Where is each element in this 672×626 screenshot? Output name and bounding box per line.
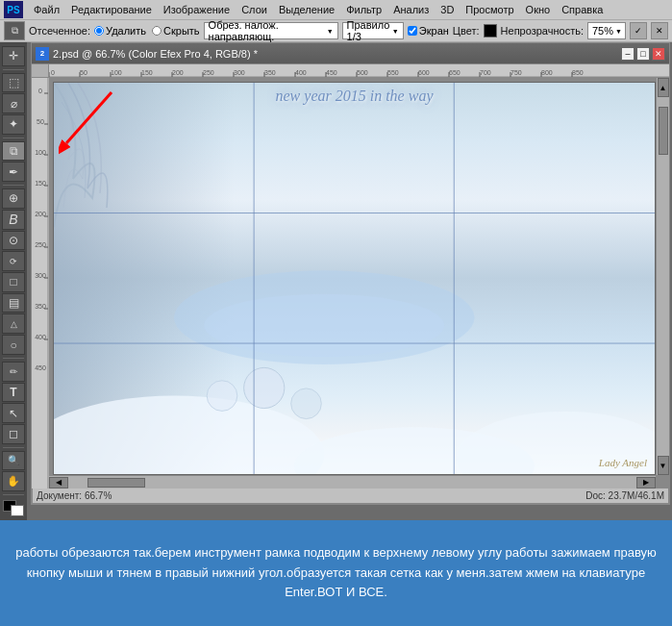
mist-svg (54, 83, 655, 474)
tool-history[interactable]: ⟳ (2, 251, 25, 271)
svg-text:400: 400 (295, 69, 307, 76)
tool-blur[interactable]: △ (2, 313, 25, 334)
tool-sep-2 (3, 138, 24, 138)
svg-text:550: 550 (387, 69, 399, 76)
win-maximize[interactable]: □ (636, 47, 650, 61)
tool-brush[interactable]: B (2, 210, 25, 230)
svg-text:850: 850 (572, 69, 584, 76)
tool-lasso[interactable]: ⌀ (2, 93, 25, 113)
canvas-area: 2 2.psd @ 66.7% (Color Efex Pro 4, RGB/8… (27, 42, 672, 520)
tool-shape[interactable]: ◻ (2, 424, 25, 444)
confirm-btn[interactable]: ✓ (630, 22, 647, 39)
tool-crop[interactable]: ⧉ (2, 141, 25, 162)
tool-zoom[interactable]: 🔍 (2, 451, 25, 471)
win-close[interactable]: ✕ (652, 47, 665, 61)
mist-overlay (54, 83, 655, 474)
tool-eraser[interactable]: □ (2, 272, 25, 292)
radio-delete[interactable]: Удалить (94, 25, 146, 37)
radio-hide[interactable]: Скрыть (152, 25, 200, 37)
status-info: Документ: 66.7% (37, 490, 112, 501)
svg-text:0: 0 (38, 88, 42, 94)
svg-text:300: 300 (234, 69, 245, 76)
menu-file[interactable]: Файл (29, 3, 64, 16)
fg-bg-colors[interactable] (3, 500, 24, 516)
tool-hand[interactable]: ✋ (2, 471, 25, 491)
tool-move[interactable]: ✛ (2, 46, 25, 66)
svg-text:450: 450 (35, 364, 46, 371)
radio-hide-input[interactable] (152, 26, 162, 36)
menu-3d[interactable]: 3D (436, 3, 459, 16)
svg-text:50: 50 (37, 118, 44, 125)
color-swatch[interactable] (484, 24, 497, 38)
scrollbar-horizontal[interactable]: ◀ ▶ (49, 475, 656, 488)
tool-gradient[interactable]: ▤ (2, 293, 25, 313)
scroll-thumb-v[interactable] (659, 107, 668, 155)
svg-text:750: 750 (510, 69, 522, 76)
scroll-left-btn[interactable]: ◀ (49, 477, 68, 488)
artwork-signature: Lady Angel (599, 457, 647, 468)
canvas-viewport[interactable]: new year 2015 in the way (49, 78, 669, 488)
left-toolbar: ✛ ⬚ ⌀ ✦ ⧉ ✒ ⊕ B ⊙ ⟳ □ ▤ △ ○ ✏ T ↖ ◻ 🔍 ✋ (0, 42, 27, 520)
tool-eyedropper[interactable]: ✒ (2, 162, 25, 182)
scrollbar-vertical[interactable]: ▲ ▼ (656, 78, 669, 475)
tool-dodge[interactable]: ○ (2, 335, 25, 355)
scroll-up-btn[interactable]: ▲ (658, 78, 669, 97)
ruler-vertical: 0 50 100 150 200 250 300 350 400 450 (32, 78, 49, 488)
radio-delete-input[interactable] (94, 26, 104, 36)
bottom-instruction-text: работы обрезаются так.берем инструмент р… (15, 543, 657, 603)
arrow-svg (59, 88, 116, 155)
rule-dropdown[interactable]: Правило 1/3 (342, 22, 404, 39)
background-color[interactable] (11, 505, 24, 516)
overlay-dropdown[interactable]: Обрез. налож. направляющ. (204, 22, 338, 39)
ruler-horizontal: 0 50 100 150 200 250 300 350 400 450 500 (49, 64, 669, 78)
tool-path-select[interactable]: ↖ (2, 403, 25, 423)
scroll-right-btn[interactable]: ▶ (636, 477, 656, 488)
tool-sep-5 (3, 447, 24, 448)
cancel-btn[interactable]: ✕ (651, 22, 668, 39)
artwork-area: new year 2015 in the way (53, 82, 656, 475)
menu-layers[interactable]: Слои (236, 3, 272, 16)
opacity-dropdown[interactable]: 75% (587, 22, 626, 39)
svg-line-68 (66, 92, 112, 143)
svg-text:600: 600 (418, 69, 430, 76)
scroll-thumb-h[interactable] (87, 478, 145, 488)
menu-analysis[interactable]: Анализ (388, 3, 434, 16)
options-bar: ⧉ Отсеченное: Удалить Скрыть Обрез. нало… (0, 19, 672, 42)
screen-label: Экран (419, 25, 449, 37)
tool-marquee[interactable]: ⬚ (2, 73, 25, 93)
doc-icon: 2 (36, 47, 49, 61)
tool-magic-wand[interactable]: ✦ (2, 114, 25, 135)
menu-view[interactable]: Просмотр (460, 3, 518, 16)
doc-title: 2.psd @ 66.7% (Color Efex Pro 4, RGB/8) … (53, 48, 621, 60)
menu-edit[interactable]: Редактирование (66, 3, 157, 16)
tool-healing[interactable]: ⊕ (2, 188, 25, 209)
tool-type[interactable]: T (2, 383, 25, 403)
svg-text:350: 350 (264, 69, 276, 76)
menu-select[interactable]: Выделение (274, 3, 339, 16)
canvas-content: 0 50 100 150 200 250 300 350 400 450 500 (31, 63, 670, 505)
menu-image[interactable]: Изображение (159, 3, 235, 16)
menu-help[interactable]: Справка (557, 3, 608, 16)
tool-clone[interactable]: ⊙ (2, 231, 25, 251)
ps-logo: PS (4, 1, 23, 18)
screen-checkbox[interactable]: Экран (408, 25, 449, 37)
svg-text:800: 800 (541, 69, 553, 76)
opacity-label: Непрозрачность: (501, 25, 584, 37)
arrow-annotation (59, 88, 116, 157)
screen-check-input[interactable] (408, 26, 417, 36)
radio-group: Удалить Скрыть (94, 25, 200, 37)
win-minimize[interactable]: – (621, 47, 635, 61)
scroll-down-btn[interactable]: ▼ (658, 456, 669, 475)
tool-pen[interactable]: ✏ (2, 362, 25, 382)
color-label: Цвет: (453, 25, 480, 37)
toolbar-extras: ✓ ✕ (630, 22, 668, 39)
svg-rect-38 (32, 78, 49, 488)
svg-point-61 (54, 396, 324, 474)
scroll-track-v[interactable] (659, 97, 668, 456)
menu-filter[interactable]: Фильтр (341, 3, 386, 16)
menu-window[interactable]: Окно (521, 3, 556, 16)
svg-text:200: 200 (172, 69, 184, 76)
tool-sep-3 (3, 185, 24, 186)
scroll-track-h[interactable] (68, 478, 636, 488)
ny-title-text: new year 2015 in the way (276, 88, 434, 105)
